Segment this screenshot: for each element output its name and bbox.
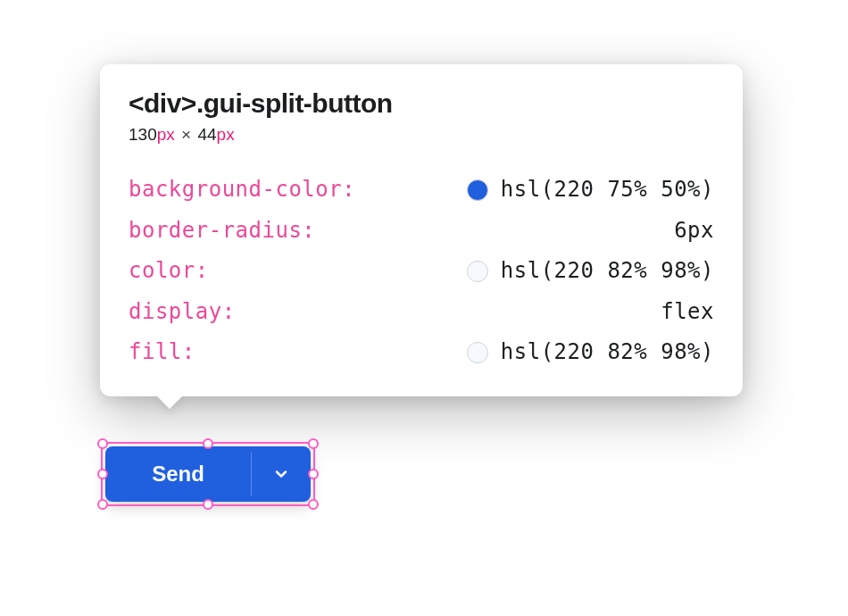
color-swatch (467, 342, 488, 363)
property-row: fill: hsl(220 82% 98%) (129, 332, 714, 373)
property-row: color: hsl(220 82% 98%) (129, 251, 714, 292)
property-value: 6px (674, 211, 714, 252)
times-symbol: × (181, 125, 191, 144)
height-unit: px (217, 125, 235, 144)
send-button[interactable]: Send (105, 446, 251, 502)
property-name: background-color (129, 170, 342, 211)
send-button-label: Send (152, 462, 204, 487)
inspector-tooltip: <div>.gui-split-button 130px × 44px back… (100, 64, 743, 396)
width-unit: px (157, 125, 175, 144)
property-value: hsl(220 82% 98%) (501, 332, 714, 373)
split-button[interactable]: Send (105, 446, 311, 502)
property-value: flex (661, 292, 714, 333)
tooltip-arrow-icon (155, 395, 184, 409)
property-value: hsl(220 75% 50%) (501, 170, 714, 211)
element-selector: <div>.gui-split-button (129, 87, 714, 120)
inspected-element-stage: Send (105, 446, 311, 502)
property-row: background-color: hsl(220 75% 50%) (129, 170, 714, 211)
width-value: 130 (129, 125, 157, 144)
color-swatch (467, 261, 488, 282)
element-tag: <div> (129, 88, 196, 118)
property-row: display: flex (129, 292, 714, 333)
dropdown-toggle[interactable] (252, 446, 311, 502)
color-swatch (467, 179, 488, 201)
property-name: border-radius (129, 211, 302, 252)
property-name: color (129, 251, 195, 292)
style-properties: background-color: hsl(220 75% 50%) borde… (129, 170, 714, 373)
property-name: fill (129, 332, 182, 373)
element-class: .gui-split-button (196, 88, 393, 118)
property-name: display (129, 292, 222, 333)
property-value: hsl(220 82% 98%) (501, 251, 714, 292)
chevron-down-icon (272, 465, 290, 483)
property-row: border-radius: 6px (129, 211, 714, 252)
height-value: 44 (197, 125, 216, 144)
element-dimensions: 130px × 44px (129, 125, 714, 145)
